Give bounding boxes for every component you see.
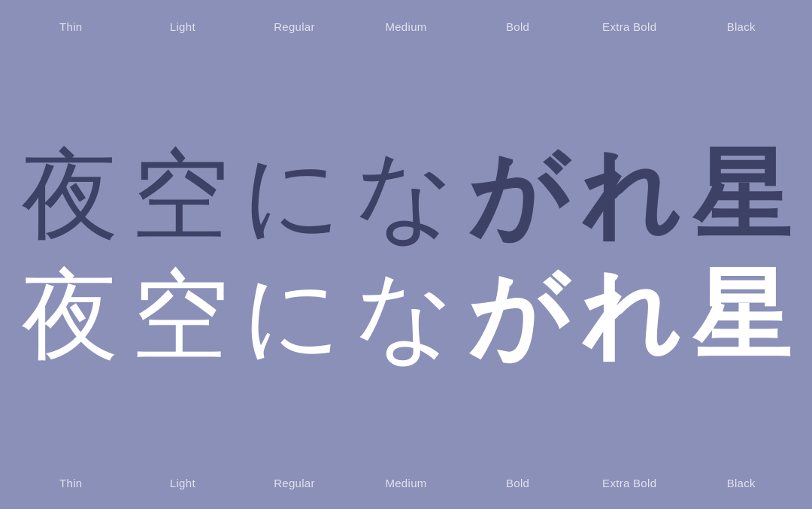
label-extrabold-bottom: Extra Bold bbox=[574, 477, 686, 489]
char-ga-bold-light: が bbox=[468, 266, 568, 364]
char-na-medium-dark: な bbox=[355, 146, 455, 244]
label-black-bottom: Black bbox=[685, 477, 797, 489]
bottom-weight-labels: Thin Light Regular Medium Bold Extra Bol… bbox=[0, 456, 812, 509]
light-text-row: 夜 空 に な が れ 星 bbox=[8, 266, 804, 364]
dark-text-row: 夜 空 に な が れ 星 bbox=[8, 146, 804, 244]
label-regular-bottom: Regular bbox=[238, 477, 350, 489]
char-hoshi-black-dark: 星 bbox=[692, 146, 790, 244]
char-hoshi-black-light: 星 bbox=[692, 266, 790, 364]
label-thin-top: Thin bbox=[15, 20, 127, 33]
char-na-medium-light: な bbox=[355, 266, 455, 364]
label-bold-top: Bold bbox=[462, 20, 574, 33]
char-re-extrabold-light: れ bbox=[580, 266, 680, 364]
char-yoru-thin-dark: 夜 bbox=[21, 146, 119, 244]
char-ga-bold-dark: が bbox=[468, 146, 568, 244]
label-bold-bottom: Bold bbox=[462, 477, 574, 489]
top-weight-labels: Thin Light Regular Medium Bold Extra Bol… bbox=[0, 0, 812, 53]
char-sora-light-light: 空 bbox=[132, 266, 229, 364]
label-black-top: Black bbox=[685, 20, 797, 33]
main-container: Thin Light Regular Medium Bold Extra Bol… bbox=[0, 0, 812, 509]
char-yoru-thin-light: 夜 bbox=[21, 266, 119, 364]
text-rows-container: 夜 空 に な が れ 星 夜 空 に な が れ 星 bbox=[0, 53, 812, 456]
char-ni-regular-dark: に bbox=[242, 146, 342, 244]
label-light-top: Light bbox=[127, 20, 239, 33]
label-medium-top: Medium bbox=[350, 20, 462, 33]
char-re-extrabold-dark: れ bbox=[580, 146, 680, 244]
label-extrabold-top: Extra Bold bbox=[574, 20, 686, 33]
label-medium-bottom: Medium bbox=[350, 477, 462, 489]
label-thin-bottom: Thin bbox=[15, 477, 127, 489]
char-sora-light-dark: 空 bbox=[132, 146, 229, 244]
label-light-bottom: Light bbox=[127, 477, 239, 489]
label-regular-top: Regular bbox=[238, 20, 350, 33]
char-ni-regular-light: に bbox=[242, 266, 342, 364]
